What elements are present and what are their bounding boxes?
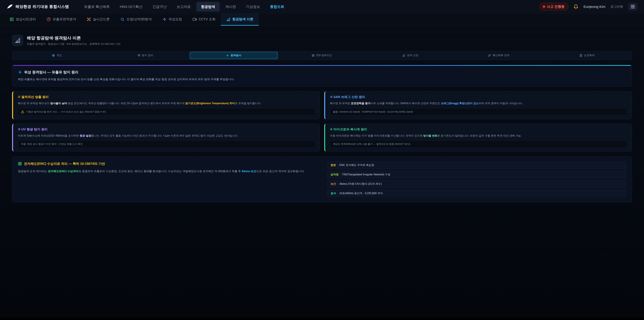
card-note: 활용: Sentinel-1(C-band) · KOMPSAT-5(X-ban…: [330, 108, 627, 115]
tab-diffusion-link[interactable]: 확산예측 연계: [454, 52, 543, 59]
card-note-text: 해상도 한계(50km)로 단독 사용 불가 → 열적외선과 융합 (NGSST…: [333, 142, 410, 146]
nav-item-weather-info[interactable]: 기상정보: [242, 2, 264, 11]
ruler-icon: [15, 38, 20, 43]
card-body: 석유계 탄화수소에 자외선(310–400nm)을 조사하면 형광 발광합니다.…: [18, 134, 315, 138]
enc-row-separator: :: [337, 183, 338, 186]
enc-left-column: 전자해도(ENC) 수심자료 처리 — 특허 10-1567431 기반 항공탐…: [18, 161, 317, 197]
card-body: 해수면 위 유막은 표면장력을 증가시켜 소파를 억제합니다. SAR에서 해수…: [330, 101, 627, 106]
satellite-icon: [226, 54, 229, 57]
subtab-label: 오염/선박3D분석: [126, 17, 152, 22]
nav-item-aerial-search[interactable]: 항공탐색: [196, 2, 220, 12]
nav-item-emergency-rescue[interactable]: 긴급구난: [148, 2, 171, 11]
card-body: 수동 마이크로파 복사계는 지구 방출 마이크로파를 수신합니다. 유막이 있으…: [330, 134, 627, 138]
card-body: 해수면 위 유막은 해수보다 방사율이 낮아 동일 온도에서도 적외선 방출량이…: [18, 101, 315, 106]
subtab-label: 위성요청: [168, 17, 182, 22]
globe-icon: [52, 54, 55, 57]
enc-row-value: 15초(463m) 등간격 · 3,225,600 격자: [339, 192, 383, 195]
menu-icon[interactable]: [628, 3, 637, 11]
tab-detection-equipment[interactable]: 탐지 장비: [101, 52, 190, 59]
enc-row-value: Akima 2차원 5차다항식 (21개 계수): [339, 182, 382, 186]
tab-esi-map[interactable]: ESI 방제지도: [278, 52, 366, 59]
document-icon: [580, 54, 582, 57]
card-note: 적용: 해경 감시 항공기 야간 탐색 · 비정상 유출 신고 확인: [18, 140, 315, 148]
top-navbar: 해양환경 위기대응 통합시스템 유출유 확산예측 HNS·대기확산 긴급구난 보…: [0, 0, 644, 14]
enc-title: 전자해도(ENC) 수심자료 처리 — 특허 10-1567431 기반: [24, 161, 105, 166]
tab-papers-patents[interactable]: 논문특허: [543, 52, 631, 59]
main-content: 해양 항공탐색·원격탐사 이론 유출유 원격탐지 · 항공감시 기법 · ESI…: [0, 26, 644, 202]
enc-row-label: 결과: [330, 192, 336, 195]
pencil-icon: [402, 54, 405, 57]
subtab-aerial-search-theory[interactable]: 항공탐색 이론: [221, 14, 259, 26]
tab-label: ESI 방제지도: [316, 54, 332, 57]
principle-cards-grid: ① 열적외선 방출 원리 해수면 위 유막은 해수보다 방사율이 낮아 동일 온…: [12, 91, 632, 152]
drone-icon: [87, 17, 91, 21]
card-title: ③ UV 형광 탐지 원리: [18, 127, 315, 132]
subtab-label: 실시간드론: [93, 17, 110, 22]
card-title: ② SAR 브래그 산란 원리: [330, 95, 627, 99]
satellite-icon: [162, 17, 166, 21]
card-sar-bragg: ② SAR 브래그 산란 원리 해수면 위 유막은 표면장력을 증가시켜 소파를…: [324, 91, 632, 119]
ruler-icon: [226, 17, 230, 21]
section-title-row: 위성 원격탐사 — 유출유 탐지 원리: [18, 70, 626, 75]
tab-label: 면적 산정: [407, 54, 418, 57]
enc-row-value: ENC 전자해도 무작위 측심점: [339, 163, 374, 167]
nav-item-hns-diffusion[interactable]: HNS·대기확산: [116, 2, 147, 11]
subtab-pollution-ship-3d[interactable]: 오염/선박3D분석: [115, 14, 157, 26]
nav-item-integrated-search[interactable]: 통합조회: [266, 2, 288, 11]
tab-label: 개요: [56, 54, 62, 57]
enc-depth-data-section: 전자해도(ENC) 수심자료 처리 — 특허 10-1567431 기반 항공탐…: [12, 157, 632, 202]
card-thermal-infrared: ① 열적외선 방출 원리 해수면 위 유막은 해수보다 방사율이 낮아 동일 온…: [12, 91, 320, 119]
app-title: 해양환경 위기대응 통합시스템: [16, 4, 69, 9]
navbar-right-cluster: 사고 진행중 Eunjeong Kim 로그아웃: [539, 3, 637, 11]
card-note-text: 구름은 열적외선을 완전 차단 → 마이크로파 보조 필요 (NGSST 융합 …: [26, 110, 106, 113]
subtab-oil-area-analysis[interactable]: 유출유면적분석: [41, 14, 82, 26]
tab-area-calculation[interactable]: 면적 산정: [366, 52, 454, 59]
enc-row-result: 결과 : 15초(463m) 등간격 · 3,225,600 격자: [327, 190, 626, 197]
card-title: ④ 마이크로파 복사계 원리: [330, 127, 627, 132]
page-header: 해양 항공탐색·원격탐사 이론 유출유 원격탐지 · 항공감시 기법 · ESI…: [12, 35, 632, 46]
enc-row-label: 보간: [330, 182, 336, 186]
page-icon-box: [12, 35, 23, 46]
card-note: 해상도 한계(50km)로 단독 사용 불가 → 열적외선과 융합 (NGSST…: [330, 140, 627, 148]
card-title: ① 열적외선 방출 원리: [18, 95, 315, 99]
tab-label: 논문특허: [584, 54, 595, 57]
nav-item-spill-prediction[interactable]: 유출유 확산예측: [80, 2, 114, 11]
main-nav: 유출유 확산예측 HNS·대기확산 긴급구난 보고자료 항공탐색 게시판 기상정…: [80, 2, 288, 12]
warning-icon: [21, 110, 24, 113]
image-icon: [10, 17, 14, 21]
magnifier-icon: [120, 17, 124, 21]
enc-row-value: TIN(Triangulated Irregular Network) 구성: [342, 173, 390, 176]
nav-item-reports[interactable]: 보고자료: [172, 2, 195, 11]
link-icon: [488, 54, 491, 57]
theory-tab-bar: 개요 탐지 장비 원격탐사 ESI 방제지도 면적 산정 확산예측 연계 논문특…: [12, 51, 632, 60]
section-title: 위성 원격탐사 — 유출유 탐지 원리: [24, 70, 78, 75]
app-logo[interactable]: 해양환경 위기대응 통합시스템: [7, 4, 69, 10]
subtab-label: 항공탐색 이론: [232, 17, 254, 22]
enc-rows: 원본 : ENC 전자해도 무작위 측심점 삼각망 : TIN(Triangul…: [327, 161, 626, 197]
enc-row-separator: :: [337, 164, 338, 167]
tab-overview[interactable]: 개요: [13, 52, 101, 59]
card-microwave-radiometer: ④ 마이크로파 복사계 원리 수동 마이크로파 복사계는 지구 방출 마이크로파…: [324, 124, 632, 152]
grid-icon: [18, 162, 22, 166]
card-uv-fluorescence: ③ UV 형광 탐지 원리 석유계 탄화수소에 자외선(310–400nm)을 …: [12, 124, 320, 152]
incident-dot-icon: [543, 6, 545, 8]
subtab-satellite-request[interactable]: 위성요청: [157, 14, 187, 26]
wing-logo-icon: [7, 4, 13, 10]
subtab-label: 영상사진관리: [16, 17, 36, 22]
camera-icon: [193, 17, 197, 21]
plane-icon: [137, 54, 140, 57]
tab-label: 원격탐사: [230, 54, 241, 57]
card-note-text: 활용: Sentinel-1(C-band) · KOMPSAT-5(X-ban…: [333, 110, 413, 113]
subtab-realtime-drone[interactable]: 실시간드론: [82, 14, 115, 26]
subtab-label: 유출유면적분석: [53, 17, 76, 22]
logout-button[interactable]: 로그아웃: [610, 5, 623, 9]
satellite-icon: [18, 70, 22, 74]
subtab-image-photo-management[interactable]: 영상사진관리: [4, 14, 41, 26]
subtab-cctv-view[interactable]: CCTV 조회: [187, 14, 221, 26]
enc-title-row: 전자해도(ENC) 수심자료 처리 — 특허 10-1567431 기반: [18, 161, 317, 166]
enc-row-label: 삼각망: [330, 173, 338, 176]
bell-icon[interactable]: [574, 4, 578, 9]
nav-item-board[interactable]: 게시판: [221, 2, 240, 11]
tab-remote-sensing[interactable]: 원격탐사: [190, 52, 278, 59]
enc-row-interpolation: 보간 : Akima 2차원 5차다항식 (21개 계수): [327, 180, 626, 188]
